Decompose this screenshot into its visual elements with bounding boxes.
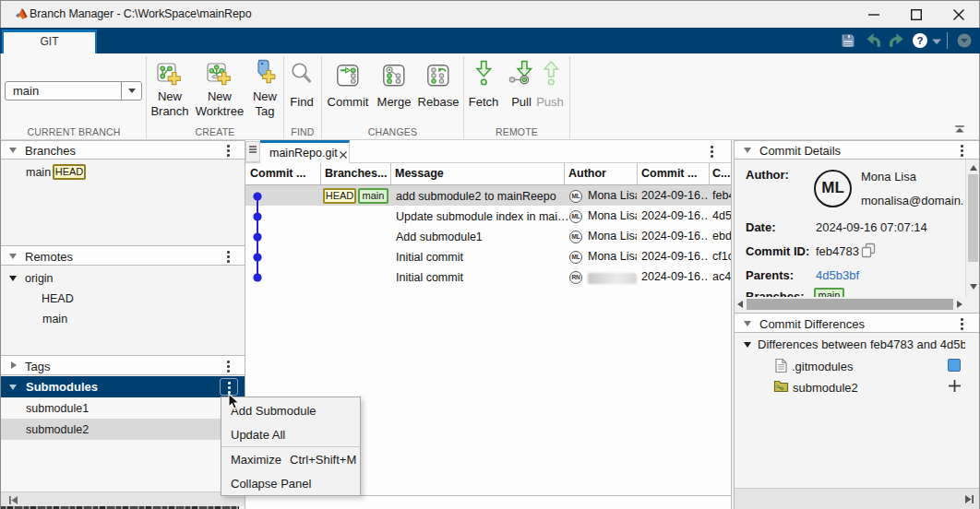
svg-text:?: ?: [916, 35, 923, 46]
